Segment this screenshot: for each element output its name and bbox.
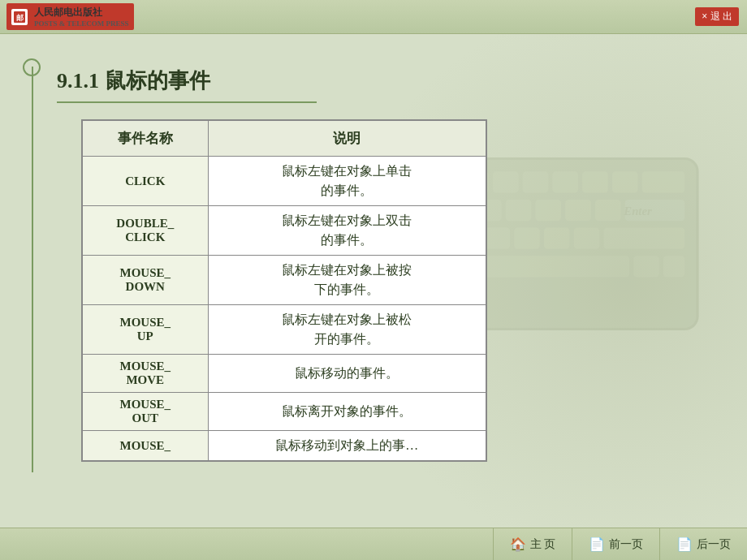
home-label: 主 页 [530,537,556,552]
prev-icon: 📄 [589,536,605,552]
event-desc: 鼠标左键在对象上双击的事件。 [208,206,486,256]
event-name: MOUSE_OUT [82,393,208,431]
table-row: MOUSE_UP 鼠标左键在对象上被松开的事件。 [82,305,486,355]
home-button[interactable]: 🏠 主 页 [493,528,572,561]
event-desc: 鼠标左键在对象上被按下的事件。 [208,256,486,305]
prev-button[interactable]: 📄 前一页 [572,528,659,561]
table-row: DOUBLE_CLICK 鼠标左键在对象上双击的事件。 [82,206,486,256]
table-row: CLICK 鼠标左键在对象上单击的事件。 [82,157,486,206]
events-table: 事件名称 说明 CLICK 鼠标左键在对象上单击的事件。 DOUBLE_CLIC… [81,119,487,462]
title-bar: 邮 人民邮电出版社 POSTS & TELECOM PRESS × 退 出 [0,0,747,34]
event-desc: 鼠标移动到对象上的事… [208,431,486,462]
next-button[interactable]: 📄 后一页 [659,528,747,561]
logo-area: 邮 人民邮电出版社 POSTS & TELECOM PRESS [0,3,134,30]
prev-label: 前一页 [609,537,643,552]
table-row: MOUSE_DOWN 鼠标左键在对象上被按下的事件。 [82,256,486,305]
logo-en-text: POSTS & TELECOM PRESS [34,19,129,28]
event-name: CLICK [82,157,208,206]
title-controls: × 退 出 [695,7,747,26]
event-name: DOUBLE_CLICK [82,206,208,256]
event-name: MOUSE_ [82,431,208,462]
event-desc: 鼠标左键在对象上被松开的事件。 [208,305,486,355]
home-icon: 🏠 [510,536,526,552]
next-icon: 📄 [676,536,693,552]
event-name: MOUSE_UP [82,305,208,355]
logo-box: 邮 人民邮电出版社 POSTS & TELECOM PRESS [6,3,134,30]
logo-icon: 邮 [11,9,28,25]
page-title: 9.1.1 鼠标的事件 [57,58,723,95]
title-underline [57,101,317,103]
bottom-nav-bar: 🏠 主 页 📄 前一页 📄 后一页 [0,528,747,560]
next-label: 后一页 [697,537,731,552]
event-desc: 鼠标离开对象的事件。 [208,393,486,431]
col-header-name: 事件名称 [82,120,208,157]
close-button[interactable]: × 退 出 [695,7,739,26]
event-name: MOUSE_MOVE [82,355,208,393]
svg-text:邮: 邮 [16,14,24,22]
event-desc: 鼠标移动的事件。 [208,355,486,393]
main-content: 9.1.1 鼠标的事件 事件名称 说明 CLICK 鼠标左键在对象上单击的事件。… [0,34,747,528]
logo-cn-text: 人民邮电出版社 [34,6,129,19]
table-row: MOUSE_ 鼠标移动到对象上的事… [82,431,486,462]
event-name: MOUSE_DOWN [82,256,208,305]
event-desc: 鼠标左键在对象上单击的事件。 [208,157,486,206]
table-row: MOUSE_OUT 鼠标离开对象的事件。 [82,393,486,431]
table-header-row: 事件名称 说明 [82,120,486,157]
logo-text: 人民邮电出版社 POSTS & TELECOM PRESS [34,6,129,28]
col-header-desc: 说明 [208,120,486,157]
table-row: MOUSE_MOVE 鼠标移动的事件。 [82,355,486,393]
deco-line [32,67,33,472]
